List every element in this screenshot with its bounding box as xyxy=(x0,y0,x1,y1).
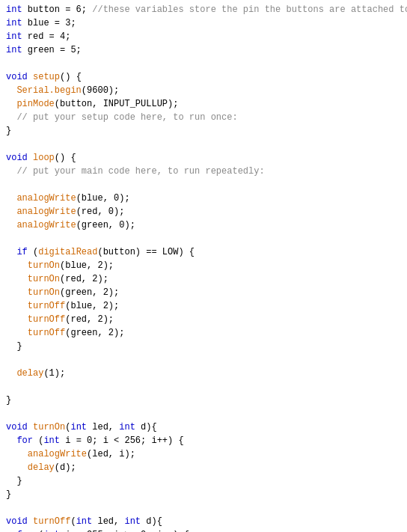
code-line: turnOn(red, 2); xyxy=(6,272,401,286)
code-line: for (int i = 255; i >= 0; i--) { xyxy=(6,528,401,532)
code-line: int green = 5; xyxy=(6,43,401,57)
code-line: } xyxy=(6,488,401,501)
code-line: for (int i = 0; i < 256; i++) { xyxy=(6,434,401,447)
code-line: pinMode(button, INPUT_PULLUP); xyxy=(6,97,401,111)
code-line: int red = 4; xyxy=(6,30,401,43)
code-line: delay(1); xyxy=(6,367,401,380)
code-line xyxy=(6,407,401,421)
code-line xyxy=(6,232,401,245)
code-line: turnOn(green, 2); xyxy=(6,286,401,299)
code-line xyxy=(6,57,401,70)
code-line xyxy=(6,380,401,394)
code-line: delay(d); xyxy=(6,461,401,474)
code-line: void loop() { xyxy=(6,151,401,165)
code-editor: int button = 6; //these variables store … xyxy=(6,3,401,532)
code-line: int blue = 3; xyxy=(6,16,401,30)
code-line: analogWrite(blue, 0); xyxy=(6,192,401,205)
code-line: } xyxy=(6,474,401,488)
code-line: } xyxy=(6,394,401,407)
code-line: int button = 6; //these variables store … xyxy=(6,3,401,16)
code-line: analogWrite(led, i); xyxy=(6,447,401,461)
code-line xyxy=(6,353,401,367)
code-line: analogWrite(green, 0); xyxy=(6,218,401,232)
code-line: analogWrite(red, 0); xyxy=(6,205,401,218)
code-line: void setup() { xyxy=(6,70,401,84)
code-line: // put your main code here, to run repea… xyxy=(6,165,401,178)
code-line: // put your setup code here, to run once… xyxy=(6,111,401,124)
code-line: turnOn(blue, 2); xyxy=(6,259,401,272)
code-line: void turnOn(int led, int d){ xyxy=(6,421,401,434)
code-line: turnOff(blue, 2); xyxy=(6,299,401,313)
code-line xyxy=(6,501,401,515)
code-line: void turnOff(int led, int d){ xyxy=(6,515,401,528)
code-line: turnOff(green, 2); xyxy=(6,326,401,340)
code-line: Serial.begin(9600); xyxy=(6,84,401,97)
code-line xyxy=(6,178,401,192)
code-line: turnOff(red, 2); xyxy=(6,313,401,326)
code-line: if (digitalRead(button) == LOW) { xyxy=(6,245,401,259)
code-line: } xyxy=(6,340,401,353)
code-line: } xyxy=(6,124,401,138)
code-line xyxy=(6,138,401,151)
